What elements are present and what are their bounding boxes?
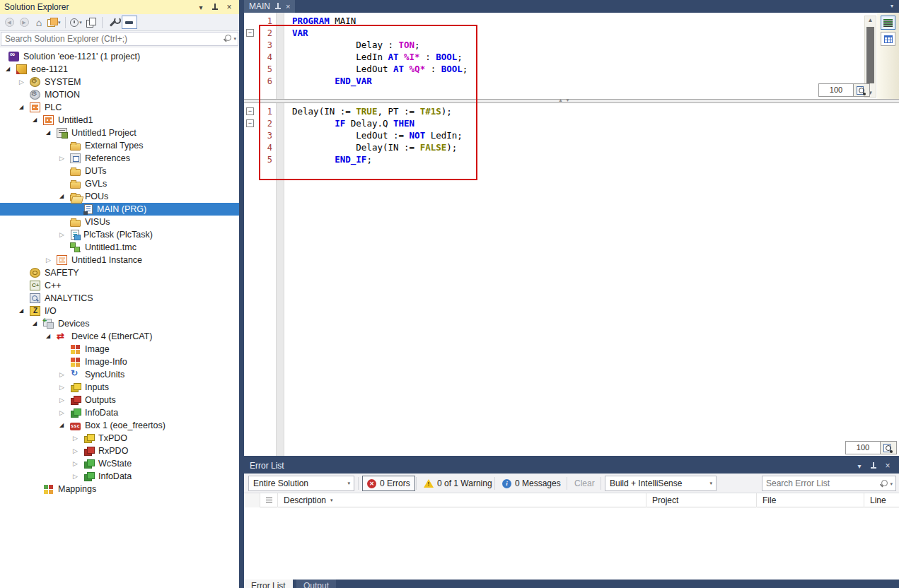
expand-arrow-expanded-icon[interactable]: ◢ xyxy=(19,101,30,114)
scroll-up-icon[interactable]: ▲ xyxy=(865,17,876,23)
tree-item[interactable]: ▷Untitled1 Instance xyxy=(0,254,239,266)
errors-filter-button[interactable]: ✕ 0 Errors xyxy=(362,476,415,491)
tree-item[interactable]: VISUs xyxy=(0,216,239,228)
expand-arrow-collapsed-icon[interactable]: ▷ xyxy=(59,394,70,406)
tree-item[interactable]: Solution 'eoe-1121' (1 project) xyxy=(0,50,239,63)
expand-arrow-expanded-icon[interactable]: ◢ xyxy=(46,127,57,139)
tab-close-icon[interactable]: × xyxy=(286,2,290,11)
zoom-magnifier-icon[interactable] xyxy=(854,83,870,97)
implementation-section[interactable]: −1Delay(IN := TRUE, PT := T#1S);−2 IF De… xyxy=(244,103,899,456)
search-options-caret-icon[interactable]: ▾ xyxy=(233,36,236,42)
search-options-caret-icon[interactable]: ▾ xyxy=(890,481,893,487)
tree-item[interactable]: ▷References xyxy=(0,152,239,165)
pin-icon[interactable] xyxy=(209,2,221,12)
expand-arrow-collapsed-icon[interactable]: ▷ xyxy=(46,254,57,266)
window-menu-caret-icon[interactable]: ▾ xyxy=(195,2,207,12)
search-input[interactable] xyxy=(1,32,238,46)
column-line[interactable]: Line xyxy=(864,493,899,507)
tab-main[interactable]: MAIN × xyxy=(244,0,295,13)
splitter-handles-icon[interactable]: ▲▼ xyxy=(558,98,572,102)
tree-item[interactable]: Image xyxy=(0,343,239,355)
tree-item[interactable]: ◢Box 1 (eoe_freertos) xyxy=(0,419,239,432)
tree-item[interactable]: DUTs xyxy=(0,165,239,177)
code-line[interactable]: 5 LedOut AT %Q* : BOOL; xyxy=(244,63,899,75)
expand-arrow-expanded-icon[interactable]: ◢ xyxy=(19,305,30,317)
tree-item[interactable]: ▷InfoData xyxy=(0,470,239,483)
tree-item[interactable]: C++ xyxy=(0,279,239,292)
properties-wrench-button[interactable] xyxy=(107,16,120,30)
expand-arrow-collapsed-icon[interactable]: ▷ xyxy=(73,432,83,445)
code-line[interactable]: 1PROGRAM MAIN xyxy=(244,15,899,27)
table-view-button[interactable] xyxy=(881,32,895,46)
tree-item[interactable]: Mappings xyxy=(0,483,239,495)
expand-arrow-collapsed-icon[interactable]: ▷ xyxy=(59,152,70,165)
tree-item[interactable]: ◢Device 4 (EtherCAT) xyxy=(0,330,239,343)
declaration-section[interactable]: 1PROGRAM MAIN−2VAR3 Delay : TON;4 LedIn … xyxy=(244,13,899,99)
expand-arrow-collapsed-icon[interactable]: ▷ xyxy=(59,228,70,241)
tab-output[interactable]: Output xyxy=(296,580,336,588)
tree-item[interactable]: ◢Devices xyxy=(0,317,239,330)
tree-item[interactable]: ▷WcState xyxy=(0,457,239,470)
expand-arrow-expanded-icon[interactable]: ◢ xyxy=(6,63,16,76)
zoom-level-value[interactable]: 100 xyxy=(845,441,881,454)
home-icon[interactable]: ⌂ xyxy=(33,16,45,30)
collapse-all-button[interactable]: ▾ xyxy=(47,16,61,30)
tree-item[interactable]: Image-Info xyxy=(0,355,239,368)
tree-item[interactable]: SAFETY xyxy=(0,266,239,279)
clear-button[interactable]: Clear xyxy=(570,476,599,491)
preview-selected-items-toggle[interactable] xyxy=(122,16,137,29)
tree-item[interactable]: ANALYTICS xyxy=(0,292,239,305)
tree-item[interactable]: ◢eoe-1121 xyxy=(0,63,239,76)
code-editor[interactable]: 1PROGRAM MAIN−2VAR3 Delay : TON;4 LedIn … xyxy=(244,13,899,456)
expand-arrow-expanded-icon[interactable]: ◢ xyxy=(59,419,70,432)
tree-item[interactable]: ▷Inputs xyxy=(0,381,239,394)
expand-arrow-expanded-icon[interactable]: ◢ xyxy=(33,317,43,330)
close-icon[interactable]: × xyxy=(882,461,893,471)
expand-arrow-expanded-icon[interactable]: ◢ xyxy=(46,330,57,343)
tree-item[interactable]: ▷TxPDO xyxy=(0,432,239,445)
code-line[interactable]: −1Delay(IN := TRUE, PT := T#1S); xyxy=(244,105,899,117)
tree-item[interactable]: MOTION xyxy=(0,88,239,101)
sync-with-active-document-button[interactable] xyxy=(85,16,98,30)
error-search-input[interactable] xyxy=(762,476,869,488)
column-file[interactable]: File xyxy=(757,493,864,507)
expand-arrow-collapsed-icon[interactable]: ▷ xyxy=(59,381,70,394)
search-icon[interactable] xyxy=(223,35,231,43)
expand-arrow-collapsed-icon[interactable]: ▷ xyxy=(59,368,70,381)
tab-pin-icon[interactable] xyxy=(274,2,282,11)
expand-arrow-expanded-icon[interactable]: ◢ xyxy=(59,190,70,203)
code-line[interactable]: 4 LedIn AT %I* : BOOL; xyxy=(244,51,899,63)
close-icon[interactable]: × xyxy=(224,2,235,12)
pin-icon[interactable] xyxy=(868,461,879,471)
column-project[interactable]: Project xyxy=(646,493,757,507)
window-menu-caret-icon[interactable]: ▾ xyxy=(854,461,865,471)
expand-arrow-collapsed-icon[interactable]: ▷ xyxy=(73,445,83,457)
tree-item[interactable]: ◢PLC xyxy=(0,101,239,114)
code-line[interactable]: 3 Delay : TON; xyxy=(244,39,899,51)
zoom-magnifier-icon[interactable] xyxy=(881,441,897,454)
tree-item[interactable]: ◢Untitled1 Project xyxy=(0,127,239,139)
code-line[interactable]: 6 END_VAR xyxy=(244,75,899,87)
collapse-box-icon[interactable]: − xyxy=(246,29,254,37)
expand-arrow-collapsed-icon[interactable]: ▷ xyxy=(73,457,83,470)
code-line[interactable]: −2 IF Delay.Q THEN xyxy=(244,117,899,129)
tree-item[interactable]: ▷SyncUnits xyxy=(0,368,239,381)
forward-button[interactable]: ▶ xyxy=(18,16,30,30)
code-line[interactable]: 4 Delay(IN := FALSE); xyxy=(244,141,899,153)
order-icon[interactable] xyxy=(260,493,278,507)
tree-item[interactable]: ◢I/O xyxy=(0,305,239,317)
collapse-box-icon[interactable]: − xyxy=(246,119,254,127)
tree-item[interactable]: External Types xyxy=(0,139,239,152)
tree-item[interactable]: ▷RxPDO xyxy=(0,445,239,457)
warnings-filter-button[interactable]: 0 of 1 Warning xyxy=(419,476,497,491)
build-filter-dropdown[interactable]: Build + IntelliSense ▾ xyxy=(605,476,717,491)
tree-item[interactable]: ◢Untitled1 xyxy=(0,114,239,127)
tree-item[interactable]: ▷PlcTask (PlcTask) xyxy=(0,228,239,241)
code-line[interactable]: 5 END_IF; xyxy=(244,153,899,165)
pending-changes-filter-button[interactable]: ▾ xyxy=(70,16,83,30)
expand-arrow-collapsed-icon[interactable]: ▷ xyxy=(19,76,30,88)
expand-arrow-expanded-icon[interactable]: ◢ xyxy=(33,114,43,127)
code-line[interactable]: 3 LedOut := NOT LedIn; xyxy=(244,129,899,141)
messages-filter-button[interactable]: i 0 Messages xyxy=(498,476,565,491)
tree-item[interactable]: Untitled1.tmc xyxy=(0,241,239,254)
